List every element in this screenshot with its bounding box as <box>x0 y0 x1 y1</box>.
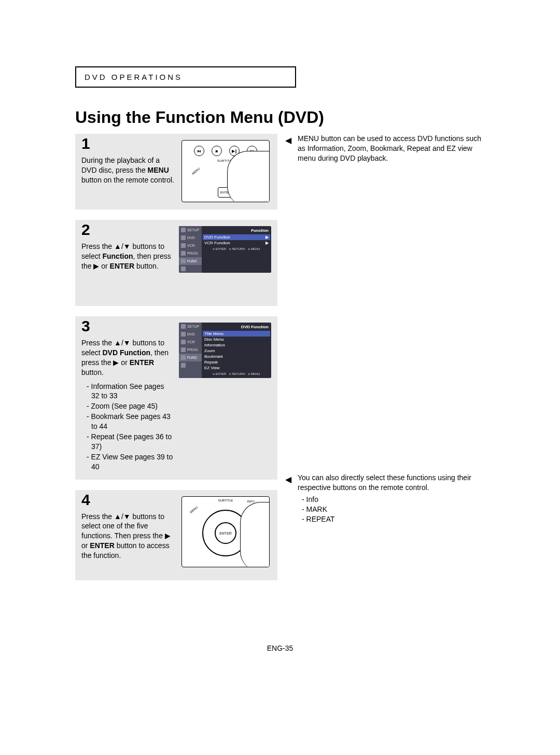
step-2-text: Press the ▲/▼ buttons to select Function… <box>81 242 174 299</box>
step-2-figure: SETUP DVD VCR PROG FUNC Function DVD Fun… <box>179 226 271 299</box>
remote-figure: ⏮ ■ ▶‖ ⏭ SUBTITLE MENU ENTER <box>181 140 270 202</box>
osd-side-blank <box>179 265 202 273</box>
list-item: Information See pages 32 to 33 <box>87 382 174 401</box>
tape-icon <box>181 243 186 248</box>
note-2-text: You can also directly select these funct… <box>298 473 471 492</box>
step-1: 1 During the playback of a DVD disc, pre… <box>75 134 277 209</box>
note-2-item: REPEAT <box>302 514 483 524</box>
osd-side-func: FUNC <box>179 354 202 361</box>
osd-side-dvd: DVD <box>179 234 202 242</box>
menu-label: MENU <box>189 506 198 514</box>
step-3-list: Information See pages 32 to 33 Zoom (See… <box>81 382 174 472</box>
func-icon <box>181 355 186 360</box>
func-icon <box>181 259 186 263</box>
step-3-figure: SETUP DVD VCR PROG FUNC DVD Function Tit… <box>179 323 271 472</box>
step-3: 3 Press the ▲/▼ buttons to select DVD Fu… <box>75 316 277 480</box>
disc-icon <box>181 332 186 337</box>
osd-side-vcr: VCR <box>179 338 202 346</box>
step-4-figure: SUBTITLE INFO MENU ENTER <box>180 496 271 573</box>
clock-icon <box>181 251 186 256</box>
prev-icon: ⏮ <box>194 146 204 156</box>
osd-side-prog: PROG <box>179 346 202 354</box>
osd-footer: ENTER RETURN MENU <box>204 246 269 250</box>
page-number: ENG-35 <box>0 644 560 652</box>
osd-row: Information <box>204 342 269 348</box>
note-2-list: Info MARK REPEAT <box>298 495 483 524</box>
osd-side-dvd: DVD <box>179 330 202 338</box>
thumb-illustration <box>227 151 270 202</box>
note-2-item: MARK <box>302 505 483 514</box>
note-2: ◀ You can also directly select these fun… <box>287 473 483 534</box>
pointer-icon: ◀ <box>285 474 291 485</box>
clock-icon <box>181 347 186 352</box>
subtitle-label: SUBTITLE <box>218 499 233 502</box>
osd-row: EZ View <box>204 365 269 371</box>
note-1-text: MENU button can be used to access DVD fu… <box>298 134 481 162</box>
step-4: 4 Press the ▲/▼ buttons to select one of… <box>75 490 277 580</box>
osd-row: Title Menu <box>203 331 270 337</box>
step-2: 2 Press the ▲/▼ buttons to select Functi… <box>75 220 277 306</box>
osd-side-func: FUNC <box>179 257 202 265</box>
step-1-figure: ⏮ ■ ▶‖ ⏭ SUBTITLE MENU ENTER <box>180 140 271 202</box>
osd-screen-function: SETUP DVD VCR PROG FUNC Function DVD Fun… <box>179 226 271 273</box>
gear-icon <box>181 324 186 329</box>
step-number: 2 <box>81 221 90 239</box>
osd-row: Disc Menu <box>204 337 269 342</box>
note-1: ◀ MENU button can be used to access DVD … <box>287 134 483 163</box>
osd-screen-dvd-function: SETUP DVD VCR PROG FUNC DVD Function Tit… <box>179 323 271 378</box>
osd-side-setup: SETUP <box>179 226 202 234</box>
tape-icon <box>181 340 186 344</box>
side-notes: ◀ MENU button can be used to access DVD … <box>287 134 483 174</box>
stop-icon: ■ <box>212 146 222 156</box>
step-3-text: Press the ▲/▼ buttons to select DVD Func… <box>81 338 174 472</box>
section-label: DVD OPERATIONS <box>75 66 296 88</box>
osd-title: Function <box>204 228 269 234</box>
osd-row: VCR Function▶ <box>204 240 269 246</box>
osd-row: Zoom <box>204 348 269 354</box>
remote-figure-dpad: SUBTITLE INFO MENU ENTER <box>181 496 270 567</box>
osd-footer: ENTER RETURN MENU <box>204 371 269 375</box>
manual-page: { "section_label": "DVD OPERATIONS", "ti… <box>0 0 560 755</box>
osd-side-prog: PROG <box>179 249 202 257</box>
osd-side-blank <box>179 361 202 369</box>
note-2-item: Info <box>302 495 483 505</box>
osd-row: Bookmark <box>204 354 269 359</box>
list-item: EZ View See pages 39 to 40 <box>87 452 174 472</box>
info-label: INFO <box>247 500 255 503</box>
osd-title: DVD Function <box>204 324 269 331</box>
gear-icon <box>181 228 186 232</box>
chevron-right-icon: ▶ <box>265 241 269 245</box>
step-number: 1 <box>81 135 90 152</box>
page-title: Using the Function Menu (DVD) <box>75 108 324 127</box>
menu-label: MENU <box>191 167 200 175</box>
step-number: 4 <box>81 491 90 509</box>
chevron-right-icon: ▶ <box>265 235 269 240</box>
step-4-text: Press the ▲/▼ buttons to select one of t… <box>81 512 175 573</box>
thumb-illustration <box>240 502 270 567</box>
osd-side-vcr: VCR <box>179 242 202 249</box>
blank-icon <box>181 363 186 368</box>
disc-icon <box>181 235 186 240</box>
list-item: Repeat (See pages 36 to 37) <box>87 432 174 452</box>
blank-icon <box>181 267 186 271</box>
osd-side-setup: SETUP <box>179 323 202 330</box>
pointer-icon: ◀ <box>285 135 291 146</box>
list-item: Bookmark See pages 43 to 44 <box>87 412 174 431</box>
osd-row: DVD Function▶ <box>203 234 270 240</box>
osd-row: Repeat <box>204 359 269 365</box>
list-item: Zoom (See page 45) <box>87 401 174 411</box>
step-1-text: During the playback of a DVD disc, press… <box>81 156 175 202</box>
steps-column: 1 During the playback of a DVD disc, pre… <box>75 134 277 591</box>
step-number: 3 <box>81 317 90 335</box>
enter-label: ENTER <box>219 531 232 535</box>
